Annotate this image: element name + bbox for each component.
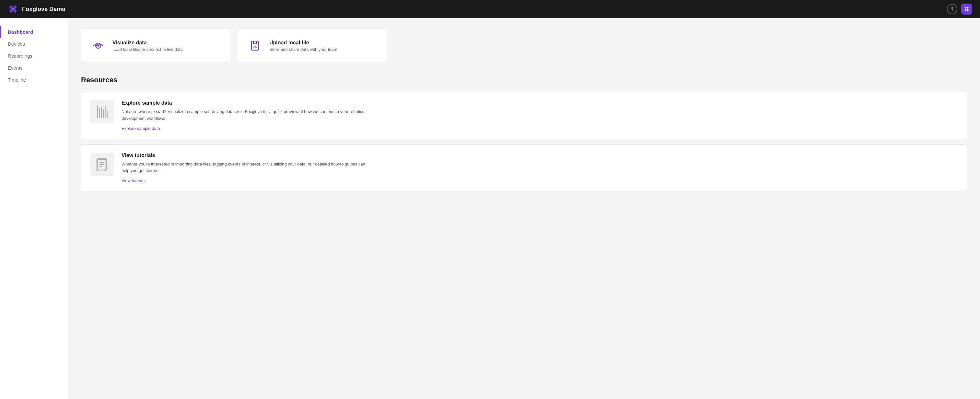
svg-point-5 xyxy=(965,7,967,9)
sidebar: Dashboard Devices Recordings Events Time… xyxy=(0,18,68,399)
svg-point-7 xyxy=(965,10,967,11)
tutorials-text: View tutorials Whether you're interested… xyxy=(121,153,368,184)
main-content: Visualize data Load local files or conne… xyxy=(68,18,980,399)
tutorials-description: Whether you're interested in importing d… xyxy=(121,161,368,175)
svg-rect-16 xyxy=(105,106,106,118)
tutorials-icon xyxy=(91,153,114,176)
visualize-data-title: Visualize data xyxy=(113,40,183,46)
sample-data-icon xyxy=(91,100,114,123)
svg-rect-17 xyxy=(107,110,108,118)
sample-data-text: Explore sample data Not sure where to st… xyxy=(121,100,368,131)
visualize-data-card[interactable]: Visualize data Load local files or conne… xyxy=(81,29,230,63)
sidebar-nav: Dashboard Devices Recordings Events Time… xyxy=(0,26,68,86)
visualize-data-description: Load local files or connect to live data xyxy=(113,47,183,52)
sample-data-card: Explore sample data Not sure where to st… xyxy=(81,92,967,139)
svg-rect-15 xyxy=(103,109,104,118)
svg-point-1 xyxy=(13,5,16,9)
header-right: ? xyxy=(947,3,972,14)
svg-rect-12 xyxy=(97,105,98,118)
svg-point-8 xyxy=(967,10,969,11)
svg-point-0 xyxy=(10,5,13,9)
sample-data-title: Explore sample data xyxy=(121,100,368,106)
visualize-data-text: Visualize data Load local files or conne… xyxy=(113,40,183,52)
sidebar-item-events[interactable]: Events xyxy=(0,62,68,74)
tutorials-title: View tutorials xyxy=(121,153,368,158)
foxglove-logo-icon xyxy=(8,4,18,14)
sample-data-link[interactable]: Explore sample data xyxy=(121,126,160,131)
sidebar-item-devices[interactable]: Devices xyxy=(0,38,68,50)
upload-file-icon xyxy=(247,38,263,53)
tutorials-link[interactable]: View tutorials xyxy=(121,178,146,183)
upload-file-text: Upload local file Store and share data w… xyxy=(269,40,337,52)
app-layout: Dashboard Devices Recordings Events Time… xyxy=(0,0,980,399)
header-left: Foxglove Demo xyxy=(8,4,65,14)
visualize-data-icon xyxy=(91,38,106,53)
sidebar-item-timeline[interactable]: Timeline xyxy=(0,74,68,86)
app-title: Foxglove Demo xyxy=(22,6,65,13)
user-avatar[interactable] xyxy=(961,3,972,14)
svg-point-4 xyxy=(12,8,14,10)
sidebar-item-recordings[interactable]: Recordings xyxy=(0,50,68,62)
app-header: Foxglove Demo ? xyxy=(0,0,980,18)
help-button[interactable]: ? xyxy=(947,4,957,14)
upload-file-title: Upload local file xyxy=(269,40,337,46)
action-cards-row: Visualize data Load local files or conne… xyxy=(81,29,967,63)
tutorials-card: View tutorials Whether you're interested… xyxy=(81,145,967,192)
resources-section-title: Resources xyxy=(81,76,967,84)
upload-file-card[interactable]: Upload local file Store and share data w… xyxy=(238,29,387,63)
sidebar-item-dashboard[interactable]: Dashboard xyxy=(0,26,68,38)
svg-point-2 xyxy=(10,10,13,13)
svg-point-10 xyxy=(97,45,99,47)
svg-point-6 xyxy=(967,7,969,9)
svg-point-3 xyxy=(13,10,16,13)
resource-cards-list: Explore sample data Not sure where to st… xyxy=(81,92,967,191)
svg-rect-19 xyxy=(97,159,106,171)
sample-data-description: Not sure where to start? Visualize a sam… xyxy=(121,108,368,122)
upload-file-description: Store and share data with your team xyxy=(269,47,337,52)
svg-rect-13 xyxy=(99,108,100,118)
svg-rect-14 xyxy=(101,107,102,118)
